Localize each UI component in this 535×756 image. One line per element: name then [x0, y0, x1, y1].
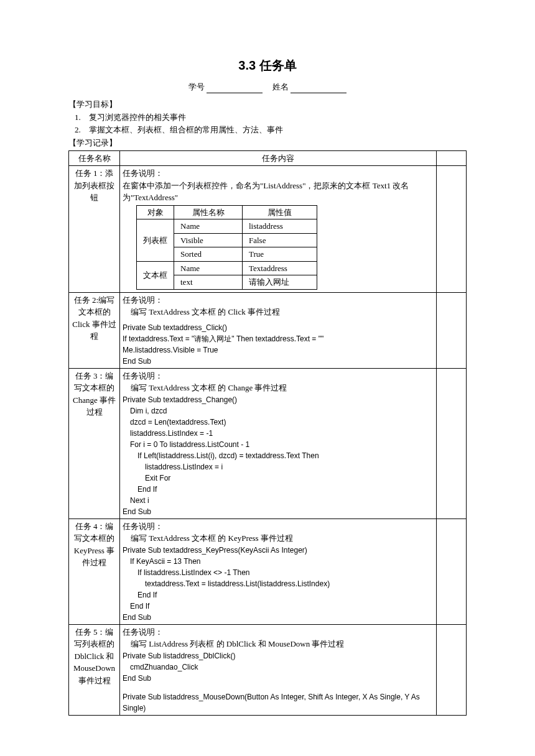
col-header-content: 任务内容: [120, 150, 437, 166]
code-line: End Sub: [123, 673, 434, 684]
task4-content: 任务说明： 编写 TextAddress 文本框 的 KeyPress 事件过程…: [120, 519, 437, 624]
code-line: listaddress.ListIndex = -1: [123, 428, 434, 439]
task5-desc: 编写 ListAddress 列表框 的 DblClick 和 MouseDow…: [123, 638, 434, 650]
inner-r1a: Name: [174, 219, 243, 234]
code-line: cmdZhuandao_Click: [123, 662, 434, 673]
xingming-blank[interactable]: [291, 85, 347, 93]
task3-right: [437, 368, 467, 519]
code-line: listaddress.ListIndex = i: [123, 461, 434, 472]
doc-title: 3.3 任务单: [68, 56, 467, 75]
task3-content: 任务说明： 编写 TextAddress 文本框 的 Change 事件过程 P…: [120, 368, 437, 519]
code-line: Exit For: [123, 472, 434, 484]
inner-obj-text: 文本框: [137, 261, 174, 289]
inner-r4v: Textaddress: [243, 261, 317, 275]
code-line: End If: [123, 601, 434, 612]
code-line: dzcd = Len(textaddress.Text): [123, 417, 434, 428]
code-line: For i = 0 To listaddress.ListCount - 1: [123, 439, 434, 450]
table-row: 任务 4：编写文本框的 KeyPress 事件过程 任务说明： 编写 TextA…: [69, 519, 467, 624]
task2-desc: 编写 TextAddress 文本框 的 Click 事件过程: [123, 306, 434, 318]
goal-1: 1. 复习浏览器控件的相关事件: [75, 111, 467, 124]
code-line: End Sub: [123, 612, 434, 623]
xuehao-label: 学号: [188, 82, 205, 91]
task3-desc: 编写 TextAddress 文本框 的 Change 事件过程: [123, 382, 434, 394]
task5-right: [437, 624, 467, 715]
task4-name: 任务 4：编写文本框的 KeyPress 事件过程: [69, 519, 120, 624]
code-line: Private Sub listaddress_MouseDown(Button…: [123, 691, 434, 714]
col-header-name: 任务名称: [69, 150, 120, 166]
task4-desc-label: 任务说明：: [123, 520, 434, 533]
code-line: End Sub: [123, 356, 434, 367]
code-line: End Sub: [123, 506, 434, 517]
inner-r2v: False: [243, 233, 317, 247]
code-line: Private Sub textaddress_Click(): [123, 322, 434, 333]
inner-r1v: listaddress: [243, 219, 317, 234]
inner-h1: 对象: [137, 205, 174, 219]
task2-name: 任务 2:编写文本框的 Click 事件过程: [69, 292, 120, 368]
inner-r2a: Visible: [174, 233, 243, 247]
code-line: End If: [123, 484, 434, 495]
table-row: 任务 1：添加列表框按钮 任务说明： 在窗体中添加一个列表框控件，命名为"Lis…: [69, 166, 467, 293]
table-row: 任务 2:编写文本框的 Click 事件过程 任务说明： 编写 TextAddr…: [69, 292, 467, 368]
code-line: Dim i, dzcd: [123, 405, 434, 417]
table-row: 任务 5：编写列表框的 DblClick 和 MouseDown 事件过程 任务…: [69, 624, 467, 715]
task1-desc: 在窗体中添加一个列表框控件，命名为"ListAddress"，把原来的文本框 T…: [123, 180, 434, 204]
code-line: Me.listaddress.Visible = True: [123, 344, 434, 356]
task5-desc-label: 任务说明：: [123, 626, 434, 638]
task1-name: 任务 1：添加列表框按钮: [69, 166, 120, 293]
code-line: If Left(listaddress.List(i), dzcd) = tex…: [123, 450, 434, 461]
task2-content: 任务说明： 编写 TextAddress 文本框 的 Click 事件过程 Pr…: [120, 292, 437, 368]
code-line: Private Sub listaddress_DblClick(): [123, 650, 434, 662]
inner-obj-list: 列表框: [137, 219, 174, 262]
code-line: If textaddress.Text = "请输入网址" Then texta…: [123, 333, 434, 344]
inner-r3v: True: [243, 247, 317, 262]
code-line: Private Sub textaddress_KeyPress(KeyAsci…: [123, 545, 434, 556]
xuehao-blank[interactable]: [207, 85, 263, 93]
xingming-label: 姓名: [272, 82, 289, 91]
task4-right: [437, 519, 467, 624]
inner-r5a: text: [174, 275, 243, 290]
meta-line: 学号 姓名: [68, 81, 467, 93]
record-heading: 【学习记录】: [68, 137, 467, 149]
code-line: End If: [123, 589, 434, 601]
inner-r3a: Sorted: [174, 247, 243, 262]
task1-inner-table: 对象 属性名称 属性值 列表框 Name listaddress Visible…: [136, 205, 317, 290]
task3-desc-label: 任务说明：: [123, 370, 434, 382]
inner-h3: 属性值: [243, 205, 317, 219]
task5-content: 任务说明： 编写 ListAddress 列表框 的 DblClick 和 Mo…: [120, 624, 437, 715]
task1-desc-label: 任务说明：: [123, 167, 434, 180]
main-table: 任务名称 任务内容 任务 1：添加列表框按钮 任务说明： 在窗体中添加一个列表框…: [68, 150, 467, 716]
code-line: Next i: [123, 495, 434, 506]
task5-name: 任务 5：编写列表框的 DblClick 和 MouseDown 事件过程: [69, 624, 120, 715]
code-line: If KeyAscii = 13 Then: [123, 556, 434, 567]
code-line: textaddress.Text = listaddress.List(list…: [123, 578, 434, 589]
col-header-blank: [437, 150, 467, 166]
goal-2: 2. 掌握文本框、列表框、组合框的常用属性、方法、事件: [75, 124, 467, 136]
code-line: If listaddress.ListIndex <> -1 Then: [123, 567, 434, 578]
task3-name: 任务 3：编写文本框的 Change 事件过程: [69, 368, 120, 519]
task1-content: 任务说明： 在窗体中添加一个列表框控件，命名为"ListAddress"，把原来…: [120, 166, 437, 293]
table-row: 任务 3：编写文本框的 Change 事件过程 任务说明： 编写 TextAdd…: [69, 368, 467, 519]
goals-heading: 【学习目标】: [68, 98, 467, 111]
inner-r4a: Name: [174, 261, 243, 275]
task2-desc-label: 任务说明：: [123, 294, 434, 307]
code-line: Private Sub textaddress_Change(): [123, 394, 434, 405]
task1-right: [437, 166, 467, 293]
inner-r5v: 请输入网址: [243, 275, 317, 290]
inner-h2: 属性名称: [174, 205, 243, 219]
task4-desc: 编写 TextAddress 文本框 的 KeyPress 事件过程: [123, 532, 434, 545]
task2-right: [437, 292, 467, 368]
